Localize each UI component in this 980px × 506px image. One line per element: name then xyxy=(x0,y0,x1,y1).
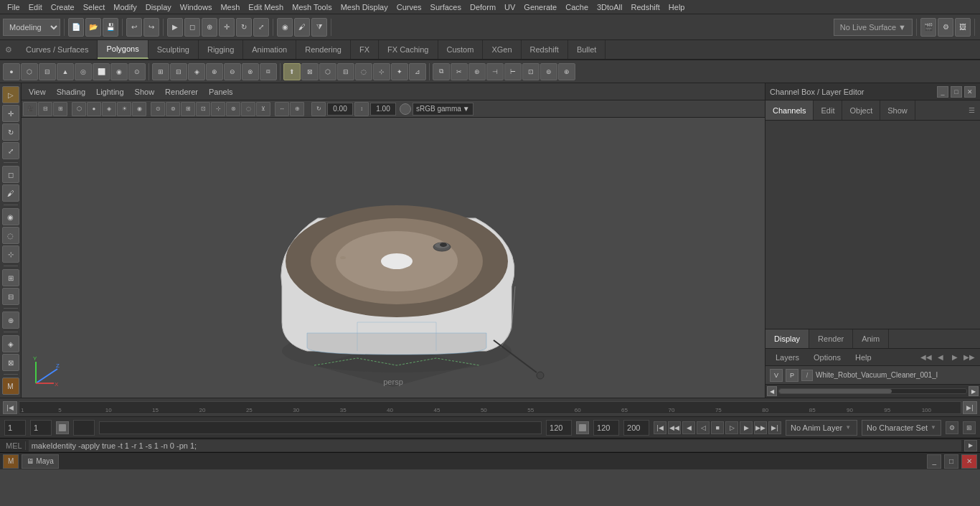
vp-grid-btn[interactable]: ⊞ xyxy=(181,102,195,116)
maya-taskbar-btn[interactable]: M xyxy=(3,454,19,469)
select-btn[interactable]: ▶ xyxy=(167,18,183,37)
no-char-set-dropdown[interactable]: No Character Set ▼ xyxy=(862,420,941,436)
disc-btn[interactable]: ◉ xyxy=(110,63,128,80)
vp-shadow-btn[interactable]: ◉ xyxy=(132,102,146,116)
slide-edge-btn[interactable]: ⊢ xyxy=(504,63,522,80)
menu-cache[interactable]: Cache xyxy=(561,1,593,13)
layer-type-btn[interactable]: / xyxy=(801,370,813,381)
anim-tab[interactable]: Anim xyxy=(853,329,889,348)
scroll-track[interactable] xyxy=(778,388,967,394)
render-view-btn[interactable]: 🖼 xyxy=(955,18,971,37)
pipe-btn[interactable]: ⊙ xyxy=(128,63,146,80)
menu-help[interactable]: Help xyxy=(664,1,689,13)
tab-fx[interactable]: FX xyxy=(351,40,379,59)
vp-light-btn[interactable]: ☀ xyxy=(117,102,131,116)
panel-close-btn[interactable]: ✕ xyxy=(964,86,976,98)
layers-btn[interactable]: Layers xyxy=(770,352,805,363)
vp-texture-btn[interactable]: ◈ xyxy=(102,102,116,116)
extrude-btn[interactable]: ⬆ xyxy=(283,63,301,80)
vp-rot-y-value[interactable]: 1.00 xyxy=(370,103,396,116)
menu-mesh-display[interactable]: Mesh Display xyxy=(336,1,392,13)
move-tool[interactable]: ✛ xyxy=(2,105,19,122)
menu-curves[interactable]: Curves xyxy=(392,1,426,13)
scale-tool[interactable]: ⤢ xyxy=(2,142,19,159)
range-slider[interactable] xyxy=(99,421,542,434)
tab-gear-btn[interactable]: ⚙ xyxy=(0,40,17,59)
snap-curve-tool[interactable]: ⊟ xyxy=(2,288,19,305)
panel-max-btn[interactable]: □ xyxy=(951,86,962,98)
show-tab[interactable]: Show xyxy=(880,100,915,120)
menu-generate[interactable]: Generate xyxy=(519,1,561,13)
menu-mesh[interactable]: Mesh xyxy=(216,1,244,13)
fill-hole-btn[interactable]: ⊚ xyxy=(540,63,557,80)
anim-pref-btn[interactable]: ⚙ xyxy=(946,421,958,434)
render-settings-btn[interactable]: ⚙ xyxy=(938,18,953,37)
menu-3dtool[interactable]: 3DtoAll xyxy=(593,1,626,13)
menu-deform[interactable]: Deform xyxy=(466,1,500,13)
lasso-tool[interactable]: ◻ xyxy=(2,166,19,183)
bool-int-btn[interactable]: ⊗ xyxy=(242,63,259,80)
vp-menu-show[interactable]: Show xyxy=(131,86,159,98)
timeline-ruler[interactable]: 1 5 10 15 20 25 30 35 40 45 50 55 60 65 … xyxy=(19,401,961,414)
tab-sculpting[interactable]: Sculpting xyxy=(149,40,199,59)
tab-rigging[interactable]: Rigging xyxy=(199,40,243,59)
layer-visible-btn[interactable]: V xyxy=(770,369,783,382)
layers-help-btn[interactable]: Help xyxy=(849,352,877,363)
append-poly-btn[interactable]: ⊕ xyxy=(558,63,575,80)
layers-options-btn[interactable]: Options xyxy=(808,352,847,363)
tab-xgen[interactable]: XGen xyxy=(483,40,521,59)
tab-fx-caching[interactable]: FX Caching xyxy=(379,40,438,59)
maximize-btn[interactable]: □ xyxy=(944,454,958,469)
vp-hud-btn[interactable]: ⊡ xyxy=(196,102,210,116)
render-btn[interactable]: 🎬 xyxy=(920,18,936,37)
bool-union-btn[interactable]: ⊕ xyxy=(206,63,223,80)
minimize-btn[interactable]: _ xyxy=(927,454,941,469)
tab-custom[interactable]: Custom xyxy=(438,40,484,59)
vp-gamma-selector[interactable]: sRGB gamma ▼ xyxy=(413,103,473,116)
step-fwd-btn[interactable]: ▶ xyxy=(740,421,753,434)
current-frame-field2[interactable]: 1 xyxy=(30,420,52,436)
rotate-tool[interactable]: ↻ xyxy=(2,123,19,141)
vp-menu-renderer[interactable]: Renderer xyxy=(161,86,202,98)
mel-input[interactable] xyxy=(29,440,961,451)
wedge-btn[interactable]: ⊿ xyxy=(409,63,426,80)
max-end-field[interactable]: 200 xyxy=(623,420,649,436)
menu-surfaces[interactable]: Surfaces xyxy=(426,1,466,13)
save-btn[interactable]: 💾 xyxy=(103,18,118,37)
redo-btn[interactable]: ↪ xyxy=(143,18,159,37)
display-tab[interactable]: Display xyxy=(765,329,809,348)
soft-select-btn[interactable]: ◉ xyxy=(277,18,293,37)
move-btn[interactable]: ✛ xyxy=(219,18,235,37)
multicut-btn[interactable]: ✂ xyxy=(451,63,468,80)
menu-uv[interactable]: UV xyxy=(500,1,519,13)
custom-tool1[interactable]: ◈ xyxy=(2,335,19,352)
vp-ao-btn[interactable]: ⊹ xyxy=(211,102,225,116)
relax-tool[interactable]: ⊹ xyxy=(2,245,19,263)
vp-motion-blur-btn[interactable]: ⊻ xyxy=(256,102,270,116)
playback-end-field[interactable]: 120 xyxy=(546,420,572,436)
edit-tab[interactable]: Edit xyxy=(814,100,842,120)
symmetry-btn[interactable]: ⧩ xyxy=(311,18,327,37)
offset-edge-btn[interactable]: ⊡ xyxy=(522,63,540,80)
menu-mesh-tools[interactable]: Mesh Tools xyxy=(288,1,336,13)
snap-btn[interactable]: ⊕ xyxy=(202,18,217,37)
vp-dof-btn[interactable]: ◌ xyxy=(241,102,255,116)
live-surface-btn[interactable]: No Live Surface ▼ xyxy=(834,19,913,36)
tab-animation[interactable]: Animation xyxy=(243,40,296,59)
layer-p-btn[interactable]: P xyxy=(786,369,798,382)
prev-frame-btn[interactable]: ◀◀ xyxy=(668,421,681,434)
layers-fwd-btn[interactable]: ▶ xyxy=(948,351,961,364)
cylinder-btn[interactable]: ⊟ xyxy=(39,63,56,80)
no-anim-layer-dropdown[interactable]: No Anim Layer ▼ xyxy=(786,420,857,436)
current-frame-field[interactable]: 1 xyxy=(4,420,26,436)
playback-end-indicator[interactable] xyxy=(576,421,589,434)
combine-btn[interactable]: ⊞ xyxy=(152,63,169,80)
target-weld-btn[interactable]: ⊛ xyxy=(468,63,486,80)
timeline-start-btn[interactable]: |◀ xyxy=(3,401,17,414)
retopo-btn[interactable]: ⊹ xyxy=(373,63,390,80)
step-back-btn[interactable]: ◀ xyxy=(682,421,695,434)
char-field-indicator[interactable] xyxy=(56,421,69,434)
cone-btn[interactable]: ▲ xyxy=(57,63,74,80)
play-fwd-btn[interactable]: ▷ xyxy=(725,421,738,434)
timeline-end-btn[interactable]: ▶| xyxy=(963,401,977,414)
